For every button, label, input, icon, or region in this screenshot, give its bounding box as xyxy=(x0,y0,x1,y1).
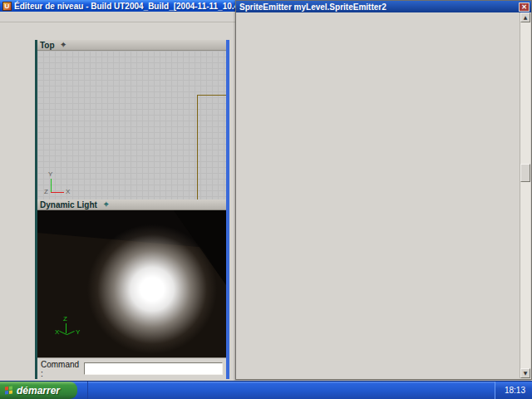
viewport-area: Top ⌖ Y X Z Dynamic Light ⌖ Z X Y Comman… xyxy=(35,40,229,379)
task-buttons xyxy=(88,382,495,399)
taskbar: démarrer 18:13 xyxy=(0,381,532,399)
viewport-3d-title: Dynamic Light xyxy=(40,200,97,209)
command-label: Command : xyxy=(41,360,81,378)
scrollbar-thumb[interactable] xyxy=(520,164,530,182)
viewport-top-header[interactable]: Top ⌖ xyxy=(37,40,226,51)
scroll-down-icon[interactable]: ▼ xyxy=(520,368,530,378)
properties-titlebar[interactable]: SpriteEmitter myLevel.SpriteEmitter2 ✕ xyxy=(236,1,531,12)
properties-scrollbar[interactable]: ▲ ▼ xyxy=(520,12,530,378)
command-input[interactable] xyxy=(84,362,223,375)
command-bar: Command : xyxy=(37,357,226,379)
main-window-title: Éditeur de niveau - Build UT2004_Build_[… xyxy=(14,2,265,11)
start-label: démarrer xyxy=(17,382,60,399)
brush-outline xyxy=(197,95,226,200)
properties-tree xyxy=(237,12,520,378)
taskbar-clock: 18:13 xyxy=(505,386,525,395)
quick-launch xyxy=(77,382,88,399)
start-button[interactable]: démarrer xyxy=(0,382,77,399)
joystick-icon[interactable]: ⌖ xyxy=(104,200,109,209)
axis-indicator-top: Y X Z xyxy=(44,172,72,195)
dynamic-light-glow xyxy=(86,223,219,356)
close-icon[interactable]: ✕ xyxy=(519,2,530,12)
scroll-up-icon[interactable]: ▲ xyxy=(520,12,530,22)
windows-flag-icon xyxy=(5,386,13,395)
properties-title: SpriteEmitter myLevel.SpriteEmitter2 xyxy=(239,2,387,12)
viewport-3d-canvas[interactable]: Z X Y xyxy=(37,210,226,357)
viewport-top-canvas[interactable]: Y X Z xyxy=(37,51,226,200)
properties-window: SpriteEmitter myLevel.SpriteEmitter2 ✕ ▲… xyxy=(235,0,532,380)
axis-indicator-3d: Z X Y xyxy=(56,318,81,340)
viewport-top-title: Top xyxy=(40,41,55,50)
viewport-3d-header[interactable]: Dynamic Light ⌖ xyxy=(37,200,226,210)
unrealed-app-icon: U xyxy=(2,2,12,11)
joystick-icon[interactable]: ⌖ xyxy=(62,40,66,50)
system-tray: 18:13 xyxy=(495,382,532,399)
left-tool-column xyxy=(0,40,35,381)
